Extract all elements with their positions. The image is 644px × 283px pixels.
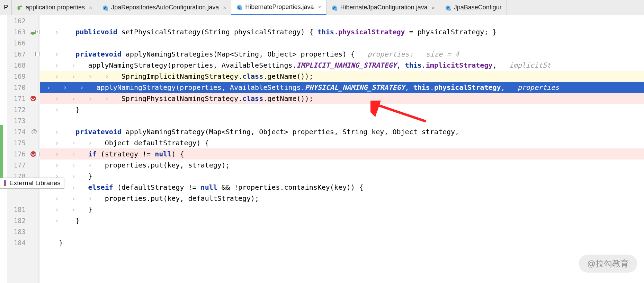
- svg-point-6: [240, 8, 242, 10]
- code-line[interactable]: › › › › SpringImplicitNamingStrategy.cla…: [40, 71, 644, 82]
- code-line[interactable]: › › if (strategy != null) {: [40, 148, 644, 160]
- line-number[interactable]: 176: [7, 148, 26, 160]
- line-number[interactable]: 163: [7, 26, 26, 37]
- tab-label: application.properties: [26, 4, 85, 11]
- svg-point-12: [448, 8, 451, 10]
- code-line[interactable]: › private void applyNamingStrategies(Map…: [40, 49, 644, 60]
- left-strip: [0, 15, 7, 283]
- tab-label: HibernateJpaConfiguration.java: [340, 4, 428, 11]
- tab-2[interactable]: CHibernateProperties.java✕: [231, 0, 326, 15]
- line-number[interactable]: 174: [7, 126, 26, 137]
- code-line[interactable]: › }: [40, 215, 644, 226]
- line-number[interactable]: 167: [7, 49, 26, 60]
- watermark: @拉勾教育: [579, 255, 637, 273]
- line-number[interactable]: 181: [7, 204, 26, 215]
- line-number[interactable]: 184: [7, 237, 26, 248]
- annotation-icon: @: [31, 128, 37, 135]
- editor-tabs: P. application.properties✕CJpaRepositori…: [0, 0, 644, 15]
- line-number[interactable]: 183: [7, 226, 26, 237]
- code-line[interactable]: › › }: [40, 171, 644, 182]
- line-number[interactable]: [7, 193, 26, 204]
- code-line[interactable]: › › › applyNamingStrategy(properties, Av…: [40, 82, 644, 93]
- close-icon[interactable]: ✕: [318, 4, 321, 10]
- external-libraries-label: External Libraries: [9, 179, 61, 187]
- fold-icon[interactable]: −: [35, 52, 39, 56]
- close-icon[interactable]: ✕: [89, 5, 92, 11]
- line-number[interactable]: 173: [7, 115, 26, 126]
- code-line[interactable]: [40, 115, 644, 126]
- code-line[interactable]: › }: [40, 104, 644, 115]
- close-icon[interactable]: ✕: [432, 5, 435, 11]
- code-line[interactable]: › › › Object defaultStrategy) {: [40, 137, 644, 148]
- close-icon[interactable]: ✕: [223, 5, 226, 11]
- tab-0[interactable]: application.properties✕: [12, 0, 97, 15]
- code-line[interactable]: [40, 37, 644, 49]
- line-number[interactable]: 169: [7, 71, 26, 82]
- line-number[interactable]: 171: [7, 93, 26, 104]
- breakpoint-icon[interactable]: [30, 96, 36, 101]
- tab-4[interactable]: CJpaBaseConfigur: [440, 0, 507, 15]
- file-icon: C: [236, 4, 242, 10]
- tab-label: JpaRepositoriesAutoConfiguration.java: [111, 4, 219, 11]
- code-line[interactable]: › › else if (defaultStrategy != null && …: [40, 182, 644, 193]
- tab-3[interactable]: CHibernateJpaConfiguration.java✕: [327, 0, 440, 15]
- code-area[interactable]: › public void setPhysicalStrategy(String…: [40, 15, 644, 283]
- line-number[interactable]: 172: [7, 104, 26, 115]
- line-number[interactable]: 177: [7, 160, 26, 171]
- line-number[interactable]: 168: [7, 60, 26, 71]
- line-number[interactable]: 175: [7, 137, 26, 148]
- code-line[interactable]: [40, 15, 644, 26]
- code-line[interactable]: › › › properties.put(key, defaultStrateg…: [40, 193, 644, 204]
- svg-point-0: [20, 5, 22, 7]
- code-line[interactable]: › › › › SpringPhysicalNamingStrategy.cla…: [40, 93, 644, 104]
- code-line[interactable]: › public void setPhysicalStrategy(String…: [40, 26, 644, 37]
- file-icon: [17, 5, 23, 11]
- code-line[interactable]: › › }: [40, 204, 644, 215]
- line-number[interactable]: 166: [7, 37, 26, 49]
- tab-label: JpaBaseConfigur: [454, 4, 502, 11]
- line-number[interactable]: 162: [7, 15, 26, 26]
- line-number[interactable]: 182: [7, 215, 26, 226]
- editor-area: 1621631661671681691701711721731741751761…: [0, 15, 644, 283]
- code-line[interactable]: › private void applyNamingStrategy(Map<S…: [40, 126, 644, 137]
- code-line[interactable]: }: [40, 237, 644, 248]
- file-icon: C: [331, 5, 338, 11]
- fold-icon[interactable]: −: [35, 152, 39, 156]
- svg-point-3: [106, 8, 108, 10]
- file-icon: C: [445, 5, 451, 11]
- fold-icon[interactable]: +: [35, 30, 39, 34]
- code-line[interactable]: › › applyNamingStrategy(properties, Avai…: [40, 60, 644, 71]
- line-number-gutter[interactable]: 1621631661671681691701711721731741751761…: [7, 15, 28, 283]
- external-libraries-popup[interactable]: External Libraries: [0, 178, 64, 189]
- code-line[interactable]: › › › properties.put(key, strategy);: [40, 160, 644, 171]
- tab-prefix: P.: [1, 0, 12, 15]
- tab-label: HibernateProperties.java: [245, 3, 314, 11]
- code-line[interactable]: [40, 226, 644, 237]
- file-icon: C: [102, 5, 108, 11]
- svg-point-9: [334, 8, 337, 10]
- gutter-marks[interactable]: +−@−: [28, 15, 40, 283]
- tab-1[interactable]: CJpaRepositoriesAutoConfiguration.java✕: [97, 0, 231, 15]
- line-number[interactable]: 170: [7, 82, 26, 93]
